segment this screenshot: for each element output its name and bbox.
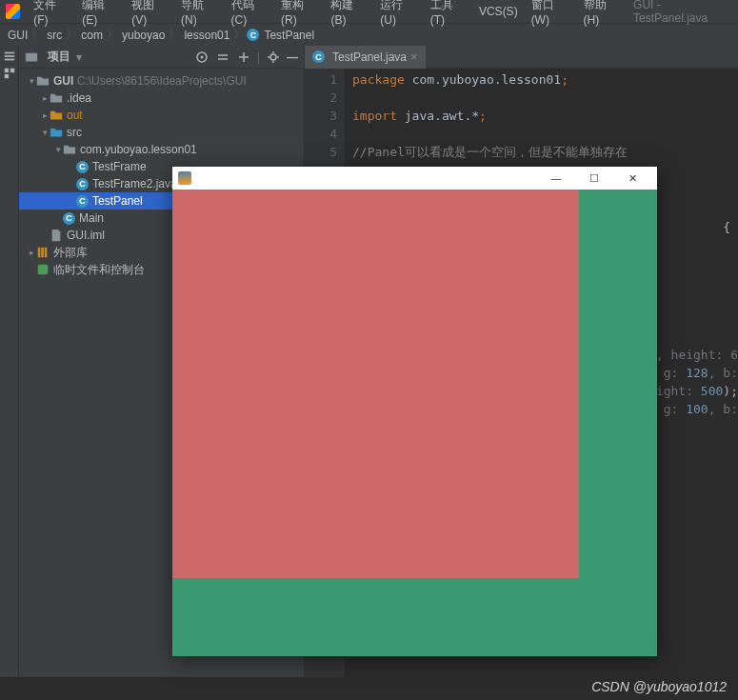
chevron-icon: 〉 — [105, 27, 120, 43]
file-icon — [50, 229, 63, 242]
svg-rect-3 — [4, 69, 8, 72]
class-icon: C — [312, 50, 325, 63]
svg-rect-10 — [38, 248, 41, 258]
tree-out[interactable]: ▸out — [19, 107, 304, 124]
titlebar: 文件(F) 编辑(E) 视图(V) 导航(N) 代码(C) 重构(R) 构建(B… — [0, 0, 738, 23]
menu-build[interactable]: 构建(B) — [330, 0, 367, 27]
svg-rect-5 — [4, 74, 8, 78]
java-app-window[interactable]: — ☐ ✕ — [172, 167, 657, 656]
tree-root[interactable]: ▾GUI C:\Users\86156\IdeaProjects\GUI — [19, 72, 304, 90]
menu-refactor[interactable]: 重构(R) — [281, 0, 317, 27]
menu-code[interactable]: 代码(C) — [231, 0, 268, 27]
chevron-icon: 〉 — [64, 27, 79, 43]
svg-rect-13 — [38, 265, 49, 275]
structure-tool-icon[interactable] — [3, 67, 16, 80]
expand-all-icon[interactable] — [215, 50, 230, 65]
menu-vcs[interactable]: VCS(S) — [479, 5, 518, 18]
gear-icon[interactable] — [266, 50, 281, 65]
tree-package[interactable]: ▾com.yuboyao.lesson01 — [19, 141, 304, 158]
chevron-icon: 〉 — [30, 27, 45, 43]
menu-view[interactable]: 视图(V) — [131, 0, 168, 27]
menu-help[interactable]: 帮助(H) — [584, 0, 620, 27]
menu-navigate[interactable]: 导航(N) — [181, 0, 217, 27]
tool-gutter — [0, 46, 19, 677]
java-frame-content — [172, 190, 657, 656]
crumb-com[interactable]: com — [79, 29, 105, 42]
menu-run[interactable]: 运行(U) — [380, 0, 416, 27]
tree-idea[interactable]: ▸.idea — [19, 90, 304, 107]
library-icon — [36, 246, 50, 259]
svg-rect-2 — [4, 59, 14, 61]
class-icon: C — [76, 195, 89, 208]
svg-rect-1 — [4, 55, 14, 57]
svg-rect-11 — [41, 248, 44, 258]
maximize-button[interactable]: ☐ — [575, 167, 613, 190]
java-titlebar[interactable]: — ☐ ✕ — [172, 167, 657, 190]
locate-icon[interactable] — [194, 50, 209, 65]
close-button[interactable]: ✕ — [613, 167, 651, 190]
chevron-icon: 〉 — [167, 27, 182, 43]
java-panel — [172, 190, 579, 578]
intellij-icon — [6, 4, 20, 19]
tree-src[interactable]: ▾src — [19, 124, 304, 141]
watermark: CSDN @yuboyao1012 — [591, 679, 727, 694]
class-icon: C — [63, 212, 75, 225]
java-icon — [178, 171, 191, 185]
crumb-lesson01[interactable]: lesson01 — [182, 29, 231, 42]
sidebar-title: 项目 — [48, 49, 70, 65]
editor-tabs: C TestPanel.java × — [305, 46, 738, 69]
svg-rect-4 — [10, 69, 13, 72]
svg-point-8 — [200, 55, 203, 58]
close-icon[interactable]: × — [410, 50, 418, 64]
menu-window[interactable]: 窗口(W) — [531, 0, 570, 27]
crumb-src[interactable]: src — [45, 29, 64, 42]
menu-tools[interactable]: 工具(T) — [430, 0, 466, 27]
sidebar-header: 项目 ▾ | — — [19, 46, 304, 69]
svg-point-9 — [270, 54, 276, 60]
class-icon: C — [247, 29, 259, 41]
project-tool-icon[interactable] — [3, 50, 16, 63]
menu-edit[interactable]: 编辑(E) — [82, 0, 118, 27]
chevron-icon: 〉 — [231, 27, 247, 43]
class-icon: C — [76, 178, 89, 190]
collapse-all-icon[interactable] — [236, 50, 251, 65]
hide-icon[interactable]: — — [287, 50, 298, 64]
class-icon: C — [76, 161, 89, 173]
svg-rect-12 — [45, 248, 48, 258]
crumb-testpanel[interactable]: TestPanel — [262, 29, 316, 42]
crumb-yuboyao[interactable]: yuboyao — [120, 29, 167, 42]
project-icon — [25, 50, 38, 64]
svg-rect-6 — [26, 52, 37, 61]
tab-testpanel[interactable]: C TestPanel.java × — [305, 46, 426, 69]
menu-file[interactable]: 文件(F) — [33, 0, 69, 27]
dropdown-icon[interactable]: ▾ — [76, 50, 82, 64]
minimize-button[interactable]: — — [537, 167, 575, 190]
scratches-icon — [36, 263, 50, 276]
breadcrumb: GUI 〉 src 〉 com 〉 yuboyao 〉 lesson01 〉 C… — [0, 23, 738, 46]
window-title: GUI - TestPanel.java — [633, 0, 732, 25]
svg-rect-0 — [4, 52, 14, 54]
crumb-gui[interactable]: GUI — [6, 29, 30, 42]
